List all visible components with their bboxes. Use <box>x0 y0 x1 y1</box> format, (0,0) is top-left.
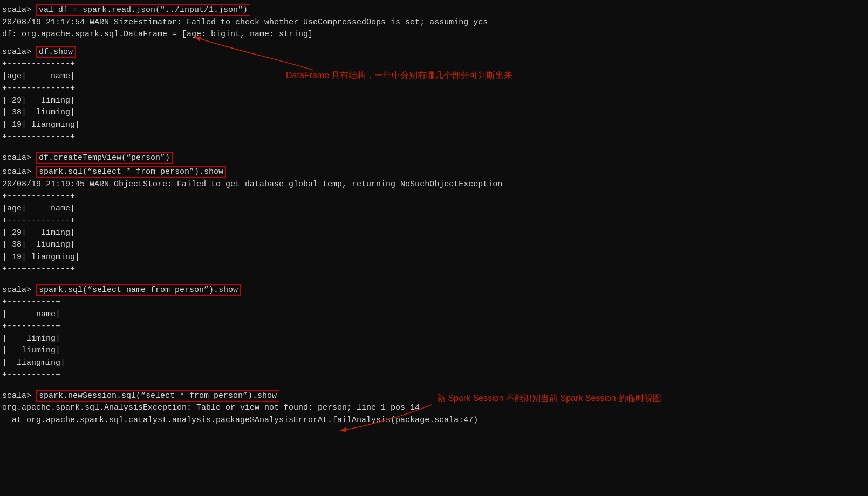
table3-header-sep: +----------+ <box>0 321 868 333</box>
cmd-sql-select-name: spark.sql(“select name from person”).sho… <box>36 284 241 296</box>
cmd-new-session: spark.newSession.sql(“select * from pers… <box>36 390 279 402</box>
prompt-2: scala> <box>2 47 36 57</box>
table1-row-3: | 19| liangming| <box>0 119 868 132</box>
block-sql-select-all: scala> spark.sql(“select * from person”)… <box>0 166 868 276</box>
prompt-6: scala> <box>2 391 36 400</box>
df-type-line: df: org.apache.spark.sql.DataFrame = [ag… <box>0 29 868 41</box>
prompt-1: scala> <box>2 5 36 15</box>
prompt-line-3: scala> df.createTempView(“person”) <box>0 152 868 165</box>
terminal: scala> val df = spark.read.json("../inpu… <box>0 0 868 431</box>
table2-row-2: | 38| liuming| <box>0 239 868 252</box>
table1-row-1: | 29| liming| <box>0 95 868 107</box>
table2-row-1: | 29| liming| <box>0 227 868 240</box>
table3-row-1: | liming| <box>0 333 868 345</box>
block-read-json: scala> val df = spark.read.json("../inpu… <box>0 4 868 41</box>
prompt-line-4: scala> spark.sql(“select * from person”)… <box>0 166 868 179</box>
prompt-5: scala> <box>2 286 36 295</box>
table3-border-bot: +----------+ <box>0 369 868 382</box>
table2-header: |age| name| <box>0 203 868 215</box>
arrow-2 <box>324 399 475 437</box>
table1-row-2: | 38| liuming| <box>0 107 868 119</box>
prompt-line-2: scala> df.show <box>0 46 868 59</box>
prompt-3: scala> <box>2 153 36 162</box>
table1-header-sep: +---+---------+ <box>0 83 868 95</box>
cmd-sql-select-all: spark.sql(“select * from person”).show <box>36 166 226 178</box>
table2-border-bot: +---+---------+ <box>0 263 868 276</box>
block-sql-select-name: scala> spark.sql(“select name from perso… <box>0 284 868 382</box>
table3-row-3: | liangming| <box>0 357 868 370</box>
table3-header: | name| <box>0 309 868 321</box>
block-df-show: scala> df.show +---+---------+ |age| nam… <box>0 46 868 144</box>
table3-border-top: +----------+ <box>0 296 868 309</box>
table1-border-bot: +---+---------+ <box>0 131 868 144</box>
table2-row-3: | 19| liangming| <box>0 252 868 264</box>
table2-header-sep: +---+---------+ <box>0 215 868 227</box>
block-create-temp-view: scala> df.createTempView(“person”) <box>0 152 868 165</box>
warn-line-1: 20/08/19 21:17:54 WARN SizeEstimator: Fa… <box>0 17 868 29</box>
prompt-line-1: scala> val df = spark.read.json("../inpu… <box>0 4 868 17</box>
cmd-df-show: df.show <box>36 46 76 58</box>
cmd-create-temp-view: df.createTempView(“person”) <box>36 152 173 164</box>
prompt-4: scala> <box>2 167 36 176</box>
warn-line-2: 20/08/19 21:19:45 WARN ObjectStore: Fail… <box>0 179 868 191</box>
table3-row-2: | liuming| <box>0 345 868 357</box>
arrow-1 <box>162 27 378 92</box>
table2-border-top: +---+---------+ <box>0 191 868 203</box>
cmd-read-json: val df = spark.read.json("../input/1.jso… <box>36 4 250 16</box>
prompt-line-5: scala> spark.sql(“select name from perso… <box>0 284 868 297</box>
